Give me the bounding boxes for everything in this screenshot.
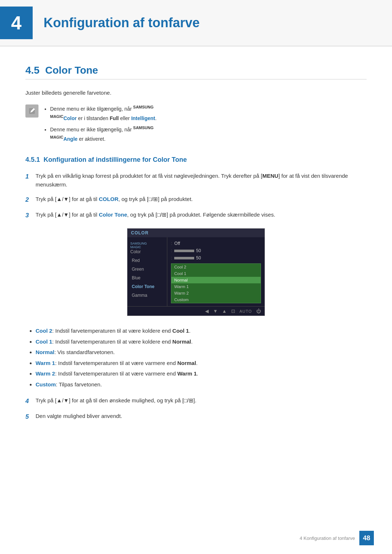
step-text-1: Tryk på en vilkårlig knap forrest på pro… bbox=[36, 172, 367, 189]
monitor-body: SAMSUNGMAGIC Color Red Green Blue Color … bbox=[127, 237, 265, 306]
menu-item-magic: SAMSUNGMAGIC Color bbox=[127, 240, 167, 256]
green-row: : 50 bbox=[171, 255, 261, 261]
step-text-2: Tryk på [▲/▼] for at gå til COLOR, og tr… bbox=[36, 195, 367, 204]
step-num-4: 4 bbox=[25, 396, 36, 406]
step-2: 2 Tryk på [▲/▼] for at gå til COLOR, og … bbox=[25, 195, 367, 205]
step-3: 3 Tryk på [▲/▼] for at gå til Color Tone… bbox=[25, 210, 367, 220]
footer-chapter-label: 4 Konfiguration af tonfarve bbox=[300, 535, 355, 541]
options-list: Cool 2: Indstil farvetemperaturen til at… bbox=[25, 326, 367, 389]
option-warm2-desc: Warm 2: Indstil farvetemperaturen til at… bbox=[36, 369, 367, 378]
nav-enter-icon: ⊡ bbox=[231, 308, 235, 314]
red-bar bbox=[174, 250, 194, 252]
step-text-3: Tryk på [▲/▼] for at gå til Color Tone, … bbox=[36, 210, 367, 219]
option-warm2: Warm 2 bbox=[171, 290, 261, 296]
step-num-1: 1 bbox=[25, 172, 36, 181]
option-cool2-desc: Cool 2: Indstil farvetemperaturen til at… bbox=[36, 326, 367, 336]
option-cool2: Cool 2 bbox=[171, 264, 261, 270]
chapter-number: 4 bbox=[11, 12, 22, 34]
note-box: Denne menu er ikke tilgængelig, når SAMS… bbox=[25, 104, 367, 145]
pencil-icon bbox=[28, 107, 36, 115]
option-normal-desc: Normal: Vis standardfarvetonen. bbox=[36, 348, 367, 357]
chapter-title: Konfiguration af tonfarve bbox=[44, 15, 200, 30]
steps-list: 1 Tryk på en vilkårlig knap forrest på p… bbox=[25, 172, 367, 220]
nav-left-icon: ◀ bbox=[205, 308, 209, 314]
monitor-title: COLOR bbox=[131, 230, 148, 235]
menu-right: : Off : 50 : 50 bbox=[167, 237, 265, 306]
note-item-2: Denne menu er ikke tilgængelig, når SAMS… bbox=[50, 124, 156, 144]
menu-item-gamma: Gamma bbox=[127, 291, 167, 300]
subsection-title: 4.5.1 Konfiguration af indstillingerne f… bbox=[25, 156, 367, 164]
step-4: 4 Tryk på [▲/▼] for at gå til den ønsked… bbox=[25, 396, 367, 406]
chapter-header: 4 Konfiguration af tonfarve bbox=[0, 0, 392, 46]
intro-text: Juster billedets generelle farvetone. bbox=[25, 90, 367, 96]
step-num-3: 3 bbox=[25, 210, 36, 220]
nav-up-icon: ▲ bbox=[222, 308, 227, 314]
magic-color-row: : Off bbox=[171, 240, 261, 247]
page-footer: 4 Konfiguration af tonfarve 48 bbox=[300, 531, 374, 545]
section-title: 4.5 Color Tone bbox=[25, 65, 367, 79]
option-normal: Normal bbox=[171, 277, 261, 283]
page: 4 Konfiguration af tonfarve 4.5 Color To… bbox=[0, 0, 392, 554]
menu-left: SAMSUNGMAGIC Color Red Green Blue Color … bbox=[127, 237, 167, 306]
menu-item-blue: Blue bbox=[127, 274, 167, 282]
note-icon bbox=[25, 104, 38, 118]
menu-item-green: Green bbox=[127, 265, 167, 274]
content: 4.5 Color Tone Juster billedets generell… bbox=[0, 65, 392, 451]
option-warm1: Warm 1 bbox=[171, 283, 261, 290]
option-cool1: Cool 1 bbox=[171, 270, 261, 277]
option-custom: Custom bbox=[171, 296, 261, 303]
menu-item-colortone: Color Tone bbox=[127, 282, 167, 291]
step-num-5: 5 bbox=[25, 412, 36, 422]
monitor-bottom-bar: ◀ ▼ ▲ ⊡ AUTO ⏻ bbox=[127, 306, 265, 316]
nav-down-icon: ▼ bbox=[213, 308, 218, 314]
menu-item-red: Red bbox=[127, 256, 167, 265]
colortone-dropdown-container: Cool 2 Cool 1 Normal Warm 1 Warm 2 Custo… bbox=[171, 263, 261, 303]
chapter-num-inner: 4 bbox=[0, 7, 33, 39]
step-text-5: Den valgte mulighed bliver anvendt. bbox=[36, 412, 367, 420]
step-1: 1 Tryk på en vilkårlig knap forrest på p… bbox=[25, 172, 367, 189]
green-bar bbox=[174, 257, 194, 259]
monitor-screenshot: COLOR SAMSUNGMAGIC Color Red Green Blue … bbox=[127, 228, 265, 316]
monitor-top-bar: COLOR bbox=[127, 229, 265, 237]
step-5: 5 Den valgte mulighed bliver anvendt. bbox=[25, 412, 367, 422]
footer-page-number: 48 bbox=[359, 531, 374, 545]
monitor-container: COLOR SAMSUNGMAGIC Color Red Green Blue … bbox=[25, 228, 367, 316]
steps-list-2: 4 Tryk på [▲/▼] for at gå til den ønsked… bbox=[25, 396, 367, 422]
option-custom-desc: Custom: Tilpas farvetonen. bbox=[36, 380, 367, 389]
note-list: Denne menu er ikke tilgængelig, når SAMS… bbox=[44, 104, 156, 145]
note-item-1: Denne menu er ikke tilgængelig, når SAMS… bbox=[50, 104, 156, 123]
colortone-dropdown: Cool 2 Cool 1 Normal Warm 1 Warm 2 Custo… bbox=[171, 263, 261, 303]
auto-label: AUTO bbox=[240, 309, 252, 313]
step-text-4: Tryk på [▲/▼] for at gå til den ønskede … bbox=[36, 396, 367, 405]
red-row: : 50 bbox=[171, 247, 261, 254]
step-num-2: 2 bbox=[25, 195, 36, 205]
option-cool1-desc: Cool 1: Indstil farvetemperaturen til at… bbox=[36, 337, 367, 346]
chapter-number-box: 4 bbox=[0, 7, 33, 39]
option-warm1-desc: Warm 1: Indstil farvetemperaturen til at… bbox=[36, 358, 367, 368]
power-icon: ⏻ bbox=[256, 308, 261, 314]
